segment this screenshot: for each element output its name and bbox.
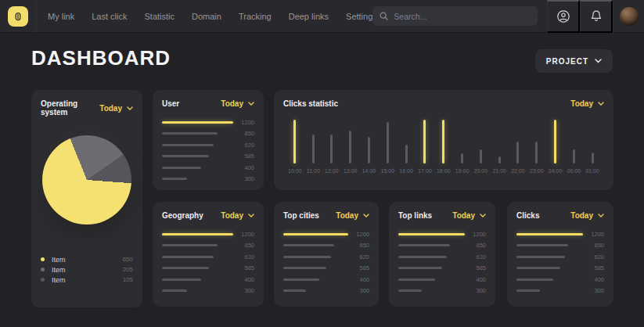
bar-row: 400 (162, 274, 254, 286)
bar-value: 850 (348, 242, 369, 249)
bar-row: 300 (162, 174, 254, 185)
search-input[interactable] (394, 12, 531, 21)
bar (516, 267, 583, 269)
bar (283, 289, 348, 292)
period-dropdown[interactable]: Today (221, 99, 254, 108)
profile-menu[interactable] (613, 0, 644, 33)
search-icon (380, 12, 388, 20)
bar-value: 585 (233, 153, 254, 160)
time-label: 12:00 (325, 168, 339, 174)
bar-row: 400 (162, 162, 254, 174)
time-label: 01:00 (585, 168, 599, 174)
chevron-down-icon (127, 106, 133, 110)
bar-row: 850 (283, 240, 369, 252)
bar-row: 1200 (162, 228, 254, 240)
bar (398, 289, 465, 292)
legend-row: Item105 (41, 275, 133, 285)
card-title: Clicks statistic (283, 99, 338, 108)
bar-value: 585 (233, 264, 254, 271)
bar-value: 300 (465, 287, 486, 294)
bar-value: 585 (465, 264, 486, 271)
bar-row: 300 (162, 286, 254, 297)
bar (283, 233, 348, 235)
legend-label: Item (52, 276, 66, 284)
time-label: 22:00 (511, 168, 525, 174)
notifications-button[interactable] (580, 0, 613, 33)
chevron-down-icon (248, 214, 254, 217)
card-geography: Geography Today 1200850620585400300 (153, 202, 264, 307)
bar (162, 155, 233, 157)
legend-label: Item (52, 256, 66, 264)
time-bar: 15:00 (381, 117, 395, 174)
nav-item-statistic[interactable]: Statistic (144, 12, 174, 21)
bar-value: 850 (233, 130, 254, 137)
bar-value: 1200 (233, 231, 254, 238)
card-clicks-statistic: Clicks statistic Today 10:0011:0012:0013… (274, 90, 613, 190)
period-dropdown[interactable]: Today (221, 211, 254, 220)
bar (162, 178, 233, 180)
bar-row: 850 (516, 240, 604, 252)
bar-row: 585 (162, 151, 254, 163)
bar (162, 244, 233, 246)
account-button[interactable] (547, 0, 580, 33)
time-bar: 22:00 (511, 117, 525, 174)
bar (283, 244, 348, 246)
time-label: 16:00 (399, 168, 413, 174)
app-logo[interactable] (8, 6, 28, 27)
bar (516, 256, 583, 258)
period-dropdown[interactable]: Today (336, 211, 369, 220)
pie-legend: Item650Item205Item105 (41, 254, 133, 285)
pie (42, 135, 131, 225)
bar-list: 1200850620585400300 (398, 228, 486, 296)
time-bar: 17:00 (418, 117, 432, 174)
bar-value: 850 (233, 242, 254, 249)
bar (516, 289, 583, 292)
time-label: 10:00 (288, 168, 302, 174)
link-icon (13, 11, 23, 22)
search-bar[interactable] (372, 6, 538, 26)
bar-value: 1200 (348, 231, 369, 238)
nav-item-domain[interactable]: Domain (192, 12, 221, 21)
period-dropdown[interactable]: Today (99, 104, 133, 113)
bar (283, 267, 348, 269)
dashboard-page: DASHBOARD PROJECT Operating system Today… (0, 33, 644, 327)
time-label: 24:00 (549, 168, 563, 174)
bar-value: 400 (583, 276, 604, 283)
period-dropdown[interactable]: Today (570, 99, 604, 108)
bar-row: 620 (398, 251, 486, 263)
time-label: 23:00 (530, 168, 544, 174)
time-bar: 01:00 (585, 117, 599, 174)
bar (162, 233, 233, 235)
nav-item-last-click[interactable]: Last click (92, 12, 127, 21)
time-label: 18:00 (437, 168, 451, 174)
time-label: 21:00 (492, 168, 506, 174)
pie-chart (41, 117, 133, 243)
time-label: 11:00 (307, 168, 320, 174)
card-operating-system: Operating system Today Item650Item205Ite… (31, 90, 142, 307)
time-bar: 14:00 (362, 117, 376, 174)
nav-item-deep-links[interactable]: Deep links (289, 12, 329, 21)
bar-value: 585 (348, 264, 369, 271)
bar-value: 620 (233, 253, 254, 261)
bar-value: 1200 (583, 231, 604, 238)
time-bar: 13:00 (344, 117, 358, 174)
bar-list: 1200850620585400300 (516, 228, 604, 296)
period-label: Today (221, 99, 243, 108)
legend-row: Item205 (41, 264, 133, 275)
card-clicks: Clicks Today 1200850620585400300 (507, 202, 613, 307)
bar-row: 400 (516, 274, 604, 286)
bar-row: 620 (283, 251, 369, 263)
project-dropdown[interactable]: PROJECT (535, 49, 613, 73)
nav-item-setting[interactable]: Setting (346, 12, 372, 21)
period-dropdown[interactable]: Today (452, 211, 486, 220)
time-bar: 21:00 (492, 117, 506, 174)
nav-item-my-link[interactable]: My link (48, 12, 74, 21)
period-dropdown[interactable]: Today (570, 211, 604, 220)
bar (162, 144, 233, 146)
bar (398, 267, 465, 269)
nav-item-tracking[interactable]: Tracking (239, 12, 272, 21)
bar-value: 300 (348, 287, 369, 294)
card-top-links: Top links Today 1200850620585400300 (389, 202, 495, 307)
page-title: DASHBOARD (31, 46, 171, 70)
bar-value: 300 (233, 175, 254, 182)
